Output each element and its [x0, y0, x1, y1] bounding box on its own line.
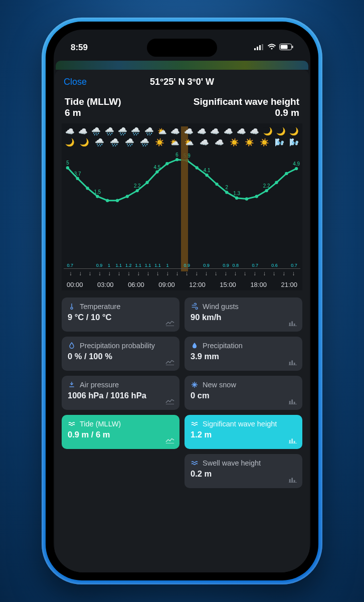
card-temperature[interactable]: Temperature9 °C / 10 °C: [62, 297, 179, 332]
card-title: New snow: [203, 381, 236, 389]
weather-icon: ☀️: [259, 137, 269, 147]
time-tick: 18:00: [250, 281, 267, 288]
weather-icon: ☀️: [229, 137, 239, 147]
wind-arrow-icon: ↓: [279, 270, 288, 277]
card-precip-prob[interactable]: Precipitation probability0 % / 100 %: [62, 337, 179, 371]
weather-icon: 🌧️: [95, 137, 105, 147]
card-swell-wave[interactable]: Swell wave height0.2 m: [185, 454, 302, 488]
card-title: Temperature: [80, 303, 120, 311]
waves-icon: [68, 420, 76, 428]
weather-icon: ☁️: [215, 137, 225, 147]
card-wind-gusts[interactable]: Wind gusts90 km/h: [185, 297, 302, 332]
wind-arrow-icon: ↓: [231, 270, 240, 277]
wave-bar-chart: 0.70.911.11.21.11.11.110.90.90.90.80.70.…: [64, 213, 300, 269]
headline-row: Tide (MLLW) 6 m Significant wave height …: [62, 94, 302, 119]
svg-rect-3: [262, 44, 263, 50]
weather-icon: ⛅: [185, 137, 195, 147]
weather-icon: ⛅: [169, 137, 179, 147]
svg-point-36: [255, 195, 258, 198]
wind-arrow-icon: ↓: [114, 270, 124, 277]
screen: 8:59 Close 51°25' N 3°0' W: [54, 30, 310, 572]
chart-type-icon: [165, 320, 174, 327]
weather-icon: ☁️: [78, 126, 88, 136]
svg-point-14: [106, 199, 109, 202]
weather-icon: ☁️: [210, 126, 220, 136]
svg-text:1.5: 1.5: [94, 189, 101, 194]
wind-arrow-icon: ↓: [289, 270, 298, 277]
weather-icon: ☀️: [244, 137, 254, 147]
svg-rect-64: [289, 479, 291, 482]
svg-text:6: 6: [175, 152, 178, 158]
pressure-icon: [68, 381, 76, 389]
svg-text:4.1: 4.1: [204, 168, 211, 173]
signal-icon: [254, 43, 264, 53]
close-button[interactable]: Close: [64, 77, 87, 87]
svg-point-27: [196, 166, 199, 169]
time-tick: 03:00: [97, 281, 114, 288]
svg-point-23: [175, 158, 178, 161]
detail-sheet: Close 51°25' N 3°0' W Tide (MLLW) 6 m Si…: [55, 70, 309, 572]
chart-type-icon: [288, 359, 297, 366]
wind-arrow-icon: ↓: [66, 270, 75, 277]
gust-icon: [191, 303, 199, 311]
card-value: 1006 hPa / 1016 hPa: [68, 391, 173, 400]
time-tick: 12:00: [189, 281, 206, 288]
card-title: Swell wave height: [203, 459, 261, 467]
weather-icon: ☁️: [236, 126, 246, 136]
sheet-content[interactable]: Tide (MLLW) 6 m Significant wave height …: [55, 92, 309, 572]
wind-arrow-icon: ↓: [202, 270, 211, 277]
wind-arrow-icon: ↓: [85, 270, 95, 277]
svg-rect-65: [291, 478, 293, 482]
svg-rect-45: [289, 323, 291, 326]
svg-rect-0: [254, 48, 256, 50]
svg-rect-61: [291, 438, 293, 443]
combined-chart[interactable]: ☁️☁️🌧️🌧️🌧️🌧️🌧️⛅☁️☁️☁️☁️☁️☁️☁️🌙🌙🌙 🌙🌙🌧️🌧️🌧…: [62, 123, 302, 290]
card-title: Wind gusts: [203, 303, 239, 311]
wind-arrow-icon: ↓: [95, 270, 104, 277]
wind-arrow-icon: ↓: [192, 270, 201, 277]
svg-point-19: [145, 181, 148, 184]
weather-icon: 🌙: [263, 126, 273, 136]
chart-type-icon: [288, 398, 297, 405]
phone-frame: 8:59 Close 51°25' N 3°0' W: [42, 18, 322, 584]
card-new-snow[interactable]: New snow0 cm: [185, 376, 302, 410]
wind-arrow-icon: ↓: [269, 270, 279, 277]
weather-icon: ☁️: [184, 126, 194, 136]
svg-text:5: 5: [66, 160, 69, 166]
weather-icon: 🌙: [65, 137, 75, 147]
chart-type-icon: [288, 476, 297, 483]
weather-icon: 🌧️: [110, 137, 120, 147]
svg-point-37: [265, 189, 268, 192]
card-value: 1.2 m: [191, 430, 296, 439]
svg-rect-51: [291, 360, 293, 365]
svg-rect-47: [294, 324, 295, 326]
svg-rect-62: [294, 441, 295, 443]
svg-point-28: [205, 174, 208, 177]
wind-arrow-icon: ↓: [153, 270, 162, 277]
background-map-sliver: [56, 61, 308, 70]
time-tick: 06:00: [128, 281, 144, 288]
wind-arrow-icon: ↓: [143, 270, 153, 277]
svg-point-9: [76, 177, 79, 180]
snow-icon: [191, 381, 199, 389]
svg-rect-1: [257, 47, 258, 50]
card-air-pressure[interactable]: Air pressure1006 hPa / 1016 hPa: [62, 376, 179, 410]
chart-type-icon: [165, 359, 174, 366]
weather-icon: ☁️: [65, 126, 75, 136]
svg-point-7: [66, 166, 69, 169]
svg-rect-56: [291, 399, 293, 404]
card-tide[interactable]: Tide (MLLW)0.9 m / 6 m: [62, 415, 179, 449]
weather-icon: ☁️: [223, 126, 233, 136]
thermometer-icon: [68, 303, 76, 311]
svg-rect-60: [289, 440, 291, 443]
waves-icon: [191, 420, 199, 428]
headline-left-label: Tide (MLLW): [65, 96, 121, 107]
card-value: 0.9 m / 6 m: [68, 430, 173, 439]
card-sig-wave[interactable]: Significant wave height1.2 m: [185, 415, 302, 449]
waves-icon: [191, 459, 199, 467]
time-tick: 21:00: [281, 281, 297, 288]
svg-point-12: [96, 195, 99, 198]
card-precipitation[interactable]: Precipitation3.9 mm: [185, 337, 302, 371]
card-value: 3.9 mm: [191, 352, 296, 361]
wind-arrow-icon: ↓: [211, 270, 221, 277]
